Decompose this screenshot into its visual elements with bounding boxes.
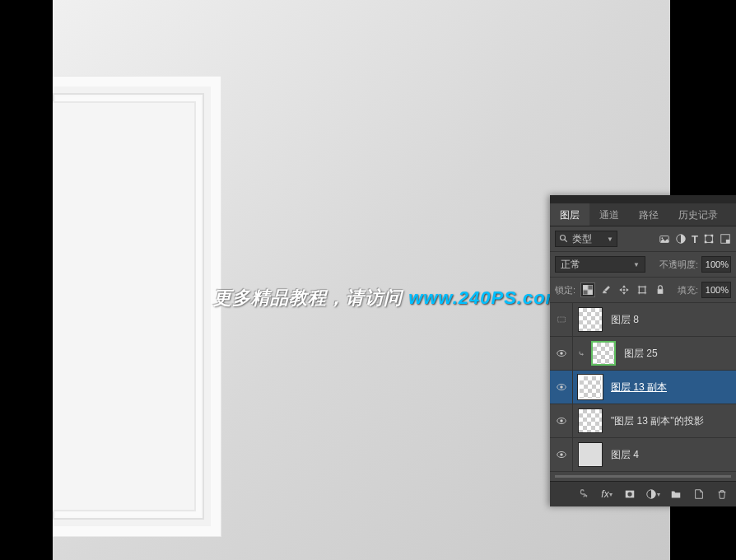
svg-line-1 (565, 240, 567, 242)
layer-thumbnail[interactable] (578, 442, 603, 467)
panel-tabs: 图层 通道 路径 历史记录 (550, 203, 736, 226)
adjust-icon (645, 488, 657, 500)
svg-point-28 (560, 419, 563, 422)
svg-point-26 (560, 385, 563, 389)
fx-icon: fx (601, 488, 608, 500)
watermark: 更多精品教程，请访问 www.240PS.com (213, 286, 562, 310)
visibility-toggle[interactable] (550, 438, 573, 471)
eye-icon (556, 381, 567, 393)
visibility-toggle[interactable] (550, 371, 573, 404)
fill-label: 填充: (678, 284, 698, 296)
chevron-down-icon: ▼ (607, 236, 613, 243)
new-icon (693, 488, 705, 500)
svg-rect-6 (705, 234, 707, 236)
link-icon (578, 488, 589, 500)
visibility-toggle[interactable] (550, 404, 573, 437)
folder-icon (670, 488, 682, 500)
watermark-url: www.240PS.com (408, 287, 562, 308)
svg-rect-15 (583, 290, 588, 295)
layer-row[interactable]: ⤷ 图层 25 (550, 337, 736, 371)
layer-row[interactable]: "图层 13 副本"的投影 (550, 404, 736, 438)
blend-row: 正常 ▼ 不透明度: 100% (550, 252, 736, 278)
new-group-button[interactable] (668, 487, 683, 502)
layer-style-button[interactable]: fx▾ (599, 487, 614, 502)
chevron-down-icon: ▼ (633, 261, 640, 268)
filter-pixel-icon[interactable] (659, 233, 670, 245)
layers-panel: 图层 通道 路径 历史记录 类型 ▼ T 正常 ▼ 不透明度: 100% 锁定: (550, 195, 736, 506)
layer-row[interactable]: 图层 13 副本 (550, 371, 736, 404)
new-layer-button[interactable] (692, 487, 706, 502)
blend-mode-select[interactable]: 正常 ▼ (555, 256, 645, 273)
layer-thumbnail[interactable] (591, 341, 616, 366)
lock-transparency-button[interactable] (580, 282, 595, 297)
lock-icon (655, 285, 665, 295)
svg-rect-16 (639, 287, 645, 293)
watermark-text: 更多精品教程，请访问 (213, 287, 408, 308)
scroll-hint (555, 475, 731, 478)
picture-frame (53, 76, 221, 537)
layer-name[interactable]: 图层 8 (608, 313, 639, 327)
tab-paths[interactable]: 路径 (629, 203, 668, 226)
eye-off-icon (557, 315, 566, 324)
layer-thumbnail[interactable] (578, 408, 603, 433)
checker-icon (583, 285, 593, 295)
svg-point-30 (560, 453, 563, 456)
tab-history[interactable]: 历史记录 (668, 203, 728, 226)
opacity-label: 不透明度: (659, 259, 698, 271)
delete-layer-button[interactable] (715, 487, 729, 502)
layer-name[interactable]: "图层 13 副本"的投影 (608, 414, 704, 428)
link-layers-button[interactable] (576, 487, 591, 502)
layer-name[interactable]: 图层 25 (621, 347, 658, 361)
eye-icon (556, 348, 567, 359)
adjustment-layer-button[interactable]: ▾ (645, 487, 660, 502)
search-icon (559, 234, 569, 244)
filter-smart-icon[interactable] (720, 233, 731, 245)
lock-position-button[interactable] (617, 282, 631, 297)
layer-filter-kind[interactable]: 类型 ▼ (555, 231, 617, 247)
lock-all-button[interactable] (653, 282, 668, 297)
move-icon (619, 285, 629, 295)
brush-icon (601, 285, 611, 295)
svg-rect-9 (711, 240, 714, 243)
filter-shape-icon[interactable] (703, 233, 715, 245)
frame-icon (637, 285, 647, 295)
lock-row: 锁定: 填充: 100% (550, 278, 736, 303)
svg-rect-12 (583, 285, 588, 290)
layer-row[interactable]: 图层 4 (550, 438, 736, 472)
panel-handle[interactable] (550, 195, 736, 203)
layer-thumbnail[interactable] (578, 307, 603, 332)
clip-indicator: ⤷ (578, 349, 585, 358)
svg-rect-11 (726, 239, 729, 242)
opacity-input[interactable]: 100% (701, 256, 731, 273)
svg-rect-7 (711, 234, 714, 236)
svg-point-32 (627, 492, 631, 496)
lock-label: 锁定: (555, 284, 575, 296)
lock-pixels-button[interactable] (599, 282, 613, 297)
svg-point-3 (662, 237, 664, 239)
eye-icon (556, 449, 567, 460)
kind-label: 类型 (572, 232, 592, 246)
filter-row: 类型 ▼ T (550, 226, 736, 252)
layer-row[interactable]: 图层 8 (550, 303, 736, 337)
visibility-toggle[interactable] (550, 303, 573, 336)
svg-rect-8 (705, 240, 707, 243)
svg-rect-22 (557, 317, 565, 322)
mask-icon (624, 488, 636, 500)
fill-input[interactable]: 100% (701, 282, 731, 298)
svg-rect-21 (658, 289, 663, 293)
tab-layers[interactable]: 图层 (550, 203, 589, 226)
filter-adjust-icon[interactable] (675, 233, 687, 245)
layer-list: 图层 8 ⤷ 图层 25 图层 13 副本 (550, 303, 736, 481)
panel-footer: fx▾ ▾ (550, 481, 736, 506)
layer-name[interactable]: 图层 4 (608, 448, 639, 462)
layer-thumbnail[interactable] (578, 375, 603, 399)
filter-text-icon[interactable]: T (692, 233, 698, 245)
svg-point-0 (561, 236, 566, 240)
layer-name[interactable]: 图层 13 副本 (608, 380, 667, 394)
svg-rect-13 (588, 290, 593, 295)
lock-artboard-button[interactable] (635, 282, 650, 297)
svg-rect-14 (588, 285, 593, 290)
layer-mask-button[interactable] (622, 487, 637, 502)
tab-channels[interactable]: 通道 (589, 203, 629, 226)
visibility-toggle[interactable] (550, 337, 573, 370)
